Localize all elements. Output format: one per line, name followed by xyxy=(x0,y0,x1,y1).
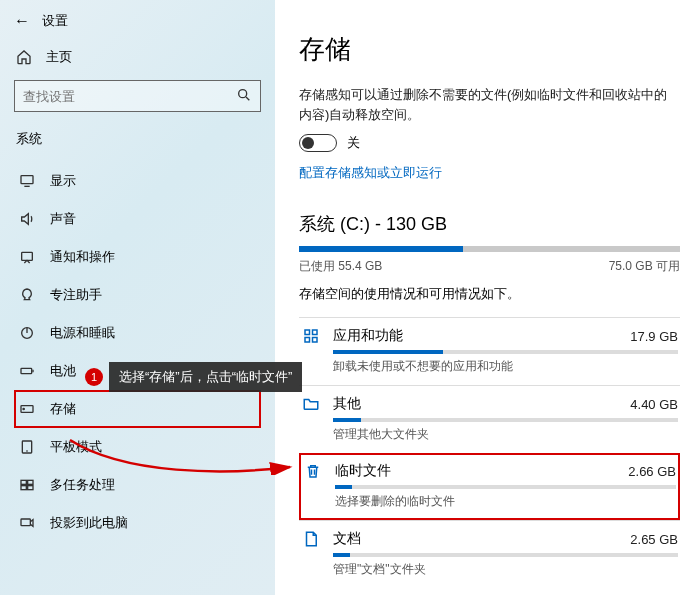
free-label: 75.0 GB 可用 xyxy=(609,258,680,275)
sidebar-item-focus[interactable]: 专注助手 xyxy=(14,276,261,314)
annotation-callout: 1 选择“存储”后，点击“临时文件” xyxy=(85,362,302,392)
project-icon xyxy=(18,515,36,531)
svg-rect-20 xyxy=(305,338,310,343)
svg-rect-16 xyxy=(28,486,33,490)
cat-bar xyxy=(333,350,678,354)
cat-size: 2.66 GB xyxy=(628,464,676,479)
svg-rect-14 xyxy=(28,480,33,484)
svg-point-10 xyxy=(23,408,24,409)
power-icon xyxy=(18,325,36,341)
svg-rect-4 xyxy=(22,252,33,260)
svg-rect-21 xyxy=(313,338,318,343)
cat-bar xyxy=(335,485,676,489)
cat-bar xyxy=(333,553,678,557)
back-button[interactable]: ← xyxy=(14,12,30,30)
storage-icon xyxy=(18,401,36,417)
drive-usage-fill xyxy=(299,246,463,252)
search-icon xyxy=(236,87,252,106)
battery-icon xyxy=(18,363,36,379)
cat-size: 17.9 GB xyxy=(630,329,678,344)
cat-bar xyxy=(333,418,678,422)
focus-icon xyxy=(18,287,36,303)
configure-link[interactable]: 配置存储感知或立即运行 xyxy=(299,164,442,182)
drive-usage-labels: 已使用 55.4 GB 75.0 GB 可用 xyxy=(299,258,680,275)
sidebar-item-label: 通知和操作 xyxy=(50,248,115,266)
sidebar-item-project[interactable]: 投影到此电脑 xyxy=(14,504,261,542)
cat-name: 文档 xyxy=(333,530,618,548)
cat-size: 4.40 GB xyxy=(630,397,678,412)
cat-apps[interactable]: 应用和功能 17.9 GB 卸载未使用或不想要的应用和功能 xyxy=(299,317,680,385)
storage-sense-toggle[interactable] xyxy=(299,134,337,152)
tablet-icon xyxy=(18,439,36,455)
svg-rect-19 xyxy=(313,330,318,335)
svg-rect-18 xyxy=(305,330,310,335)
toggle-label: 关 xyxy=(347,134,360,152)
sidebar: ← 设置 主页 系统 显示 声音 通知和操作 专注助手 电源和睡眠 电池 xyxy=(0,0,275,595)
multitask-icon xyxy=(18,477,36,493)
cat-sub: 管理"文档"文件夹 xyxy=(333,561,678,578)
toggle-row: 关 xyxy=(299,134,680,152)
sidebar-item-label: 平板模式 xyxy=(50,438,102,456)
search-box[interactable] xyxy=(14,80,261,112)
sidebar-item-sound[interactable]: 声音 xyxy=(14,200,261,238)
home-label: 主页 xyxy=(46,48,72,66)
cat-name: 临时文件 xyxy=(335,462,616,480)
usage-desc: 存储空间的使用情况和可用情况如下。 xyxy=(299,285,680,303)
page-title: 存储 xyxy=(299,32,680,67)
home-nav[interactable]: 主页 xyxy=(16,48,261,66)
sidebar-item-label: 电源和睡眠 xyxy=(50,324,115,342)
callout-badge: 1 xyxy=(85,368,103,386)
cat-temp[interactable]: 临时文件 2.66 GB 选择要删除的临时文件 xyxy=(299,453,680,520)
sidebar-item-label: 声音 xyxy=(50,210,76,228)
sidebar-item-label: 多任务处理 xyxy=(50,476,115,494)
drive-title: 系统 (C:) - 130 GB xyxy=(299,212,680,236)
sidebar-item-notifications[interactable]: 通知和操作 xyxy=(14,238,261,276)
svg-rect-7 xyxy=(21,368,32,373)
cat-row[interactable]: 文档 2.65 GB xyxy=(301,529,678,549)
sidebar-item-label: 显示 xyxy=(50,172,76,190)
main-content: 存储 存储感知可以通过删除不需要的文件(例如临时文件和回收站中的内容)自动释放空… xyxy=(275,0,700,595)
trash-icon xyxy=(303,461,323,481)
settings-title: 设置 xyxy=(42,12,68,30)
cat-sub: 选择要删除的临时文件 xyxy=(335,493,676,510)
display-icon xyxy=(18,173,36,189)
sidebar-item-label: 投影到此电脑 xyxy=(50,514,128,532)
sidebar-item-tablet[interactable]: 平板模式 xyxy=(14,428,261,466)
sidebar-item-power[interactable]: 电源和睡眠 xyxy=(14,314,261,352)
cat-docs[interactable]: 文档 2.65 GB 管理"文档"文件夹 xyxy=(299,520,680,588)
folder-icon xyxy=(301,394,321,414)
callout-tip: 选择“存储”后，点击“临时文件” xyxy=(109,362,302,392)
search-input[interactable] xyxy=(23,89,236,104)
cat-name: 应用和功能 xyxy=(333,327,618,345)
svg-line-1 xyxy=(246,97,249,100)
cat-size: 2.65 GB xyxy=(630,532,678,547)
used-label: 已使用 55.4 GB xyxy=(299,258,382,275)
sidebar-item-storage[interactable]: 存储 xyxy=(14,390,261,428)
header-row: ← 设置 xyxy=(14,12,261,30)
svg-point-0 xyxy=(239,89,247,97)
cat-sub: 管理其他大文件夹 xyxy=(333,426,678,443)
svg-rect-13 xyxy=(21,480,26,484)
cat-name: 其他 xyxy=(333,395,618,413)
cat-other[interactable]: 其他 4.40 GB 管理其他大文件夹 xyxy=(299,385,680,453)
svg-rect-2 xyxy=(21,176,33,184)
document-icon xyxy=(301,529,321,549)
svg-rect-15 xyxy=(21,486,26,490)
home-icon xyxy=(16,49,32,65)
drive-usage-bar xyxy=(299,246,680,252)
cat-row[interactable]: 临时文件 2.66 GB xyxy=(303,461,676,481)
cat-sub: 卸载未使用或不想要的应用和功能 xyxy=(333,358,678,375)
cat-row[interactable]: 其他 4.40 GB xyxy=(301,394,678,414)
sidebar-item-display[interactable]: 显示 xyxy=(14,162,261,200)
sidebar-item-label: 存储 xyxy=(50,400,76,418)
sidebar-item-multitask[interactable]: 多任务处理 xyxy=(14,466,261,504)
apps-icon xyxy=(301,326,321,346)
sidebar-item-label: 电池 xyxy=(50,362,76,380)
section-label: 系统 xyxy=(16,130,261,148)
storage-sense-desc: 存储感知可以通过删除不需要的文件(例如临时文件和回收站中的内容)自动释放空间。 xyxy=(299,85,680,124)
sound-icon xyxy=(18,211,36,227)
svg-rect-17 xyxy=(21,519,30,526)
notifications-icon xyxy=(18,249,36,265)
sidebar-item-label: 专注助手 xyxy=(50,286,102,304)
cat-row[interactable]: 应用和功能 17.9 GB xyxy=(301,326,678,346)
